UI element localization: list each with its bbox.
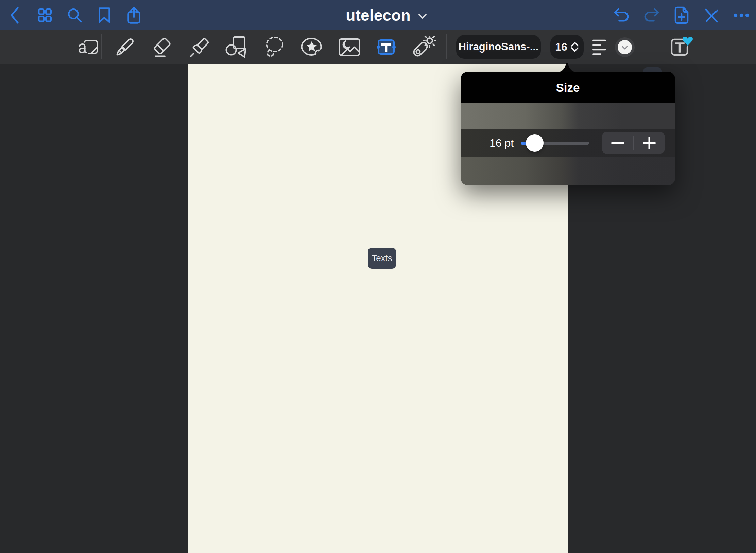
tools-toolbar: HiraginoSans-... 16	[0, 30, 756, 64]
size-popover: Size 16 pt	[461, 72, 675, 185]
plus-icon	[643, 137, 656, 149]
tool-highlighter[interactable]	[188, 30, 211, 64]
eraser-icon	[150, 36, 173, 59]
tool-image[interactable]	[338, 30, 361, 64]
crossed-pencil-icon	[704, 7, 719, 23]
text-style-favorites-button[interactable]	[667, 30, 693, 64]
popover-header: Size	[461, 72, 675, 103]
size-value-label: 16 pt	[489, 129, 514, 157]
decrease-size-button[interactable]	[602, 132, 633, 154]
size-slider[interactable]	[521, 129, 589, 157]
popover-title: Size	[556, 81, 580, 94]
increase-size-button[interactable]	[633, 132, 665, 154]
tool-pen[interactable]	[113, 30, 136, 64]
size-stepper	[602, 132, 665, 154]
size-control-row: 16 pt	[461, 129, 675, 157]
tool-screen-view[interactable]	[75, 30, 99, 64]
more-button[interactable]	[734, 0, 749, 30]
tool-laser[interactable]	[412, 30, 436, 64]
sticker-icon	[300, 36, 323, 59]
stop-editing-button[interactable]	[704, 0, 719, 30]
document-title-button[interactable]: utelecon	[0, 0, 756, 30]
tool-lasso[interactable]	[263, 30, 286, 64]
undo-icon	[614, 8, 630, 23]
slider-knob[interactable]	[526, 134, 544, 152]
text-object[interactable]: Texts	[368, 248, 396, 269]
font-family-label: HiraginoSans-...	[459, 41, 539, 53]
redo-button[interactable]	[643, 0, 659, 30]
color-swatch-icon	[615, 37, 635, 57]
laser-pointer-icon	[412, 36, 436, 59]
screen-view-icon	[76, 38, 98, 57]
text-align-button[interactable]	[590, 30, 609, 64]
minus-icon	[611, 142, 624, 144]
highlighter-icon	[188, 36, 211, 59]
chevron-down-icon	[418, 14, 427, 19]
add-page-button[interactable]	[674, 0, 689, 30]
navigation-bar: utelecon	[0, 0, 756, 30]
text-favorite-icon	[667, 37, 693, 58]
stepper-chevrons-icon	[571, 41, 579, 53]
text-tool-selected-icon	[375, 36, 398, 59]
document-title: utelecon	[346, 6, 411, 24]
align-left-icon	[592, 39, 606, 55]
lasso-icon	[263, 36, 286, 59]
shapes-icon	[225, 36, 248, 59]
tool-shapes[interactable]	[225, 30, 248, 64]
redo-icon	[643, 8, 659, 23]
popover-band-bottom	[461, 157, 675, 185]
font-family-button[interactable]: HiraginoSans-...	[456, 35, 541, 59]
add-page-icon	[674, 6, 689, 24]
text-object-label: Texts	[372, 253, 392, 264]
text-color-button[interactable]	[615, 30, 635, 64]
popover-band-top	[461, 103, 675, 129]
image-icon	[338, 36, 361, 59]
popover-arrow	[557, 60, 577, 72]
undo-button[interactable]	[614, 0, 630, 30]
tool-eraser[interactable]	[150, 30, 173, 64]
font-size-button[interactable]: 16	[550, 35, 584, 59]
ellipsis-icon	[734, 13, 749, 17]
tool-sticker[interactable]	[300, 30, 323, 64]
pen-icon	[113, 36, 136, 59]
tool-text[interactable]	[375, 30, 398, 64]
font-size-value: 16	[555, 41, 567, 53]
